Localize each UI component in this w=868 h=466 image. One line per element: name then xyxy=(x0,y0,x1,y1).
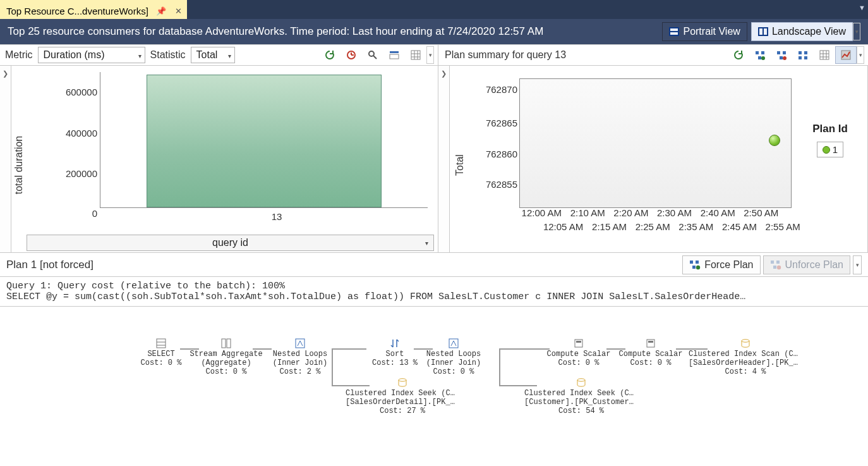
y-tick: 200000 xyxy=(66,168,97,179)
svg-rect-28 xyxy=(799,56,802,59)
svg-point-57 xyxy=(742,340,749,342)
x-tick: 2:35 AM xyxy=(678,221,713,232)
force-plan-label: Force Plan xyxy=(704,259,753,271)
svg-rect-53 xyxy=(576,341,581,343)
plan-point-1[interactable] xyxy=(769,135,780,146)
pin-icon[interactable]: 📌 xyxy=(155,6,167,16)
op-nested-loops-2[interactable]: Nested Loops (Inner Join) Cost: 0 % xyxy=(416,338,491,376)
svg-rect-13 xyxy=(411,51,420,59)
x-tick: 2:20 AM xyxy=(613,207,648,218)
svg-rect-11 xyxy=(390,51,399,53)
svg-rect-55 xyxy=(647,340,654,347)
svg-rect-5 xyxy=(764,28,767,35)
force-plan-button[interactable]: Force Plan xyxy=(682,255,760,274)
collapse-left-icon[interactable]: ❯ xyxy=(0,66,11,252)
view-options-dropdown[interactable]: ▾ xyxy=(853,23,860,40)
svg-point-9 xyxy=(369,51,374,56)
op-nested-loops-1[interactable]: Nested Loops (Inner Join) Cost: 2 % xyxy=(262,338,338,376)
grid-button[interactable] xyxy=(814,46,835,64)
svg-point-25 xyxy=(783,56,787,60)
y-axis-label: Total xyxy=(454,154,466,176)
op-compute-scalar-1[interactable]: Compute Scalar Cost: 0 % xyxy=(538,338,620,367)
bar-query-13[interactable] xyxy=(147,75,382,207)
tabstrip-menu-icon[interactable]: ▼ xyxy=(859,4,865,11)
landscape-label: Landscape View xyxy=(772,26,846,37)
x-axis-label: query id xyxy=(212,237,248,248)
svg-rect-30 xyxy=(820,51,829,59)
portrait-view-button[interactable]: Portrait View xyxy=(662,22,747,41)
x-tick: 2:25 AM xyxy=(636,221,670,232)
y-tick: 600000 xyxy=(66,86,97,97)
svg-rect-24 xyxy=(780,56,783,59)
unforce-plan-button: Unforce Plan xyxy=(763,255,851,274)
statistic-dropdown[interactable]: Total ▾ xyxy=(191,47,235,63)
bar-plot-area xyxy=(100,72,428,208)
x-tick: 2:30 AM xyxy=(657,207,692,218)
unforce-plan-button-icon[interactable] xyxy=(771,46,792,64)
x-tick: 2:50 AM xyxy=(744,207,778,218)
chevron-down-icon: ▾ xyxy=(228,52,231,59)
scatter-plot-area: 762870 762865 762860 762855 12:00 AM 2:1… xyxy=(519,78,792,208)
tracked-queries-button[interactable] xyxy=(341,46,362,64)
grid-button[interactable] xyxy=(405,46,426,64)
close-icon[interactable]: ✕ xyxy=(174,6,183,16)
legend-title: Plan Id xyxy=(802,123,859,135)
title-bar: Top 25 resource consumers for database A… xyxy=(0,19,868,44)
op-stream-aggregate[interactable]: Stream Aggregate (Aggregate) Cost: 0 % xyxy=(185,338,267,376)
chevron-down-icon: ▾ xyxy=(138,52,142,59)
plan-header-overflow[interactable]: ▾ xyxy=(853,255,862,274)
chart-button[interactable] xyxy=(835,46,857,64)
op-compute-scalar-2[interactable]: Compute Scalar Cost: 0 % xyxy=(610,338,692,367)
legend-item-1[interactable]: 1 xyxy=(817,142,843,157)
svg-rect-42 xyxy=(773,266,776,269)
svg-rect-27 xyxy=(804,51,807,54)
right-chart-toolbar: Plan summary for query 13 ▾ xyxy=(438,45,868,65)
statistic-value: Total xyxy=(196,49,218,61)
legend-label: 1 xyxy=(833,144,838,155)
left-toolbar-overflow[interactable]: ▾ xyxy=(426,46,434,64)
op-clustered-index-seek-1[interactable]: Clustered Index Seek (Cluste… [SalesOrde… xyxy=(346,377,459,415)
legend-swatch-icon xyxy=(823,146,830,154)
svg-rect-56 xyxy=(648,341,653,343)
svg-rect-52 xyxy=(575,340,582,347)
y-tick: 400000 xyxy=(66,127,97,138)
svg-point-54 xyxy=(577,379,585,381)
metric-dropdown[interactable]: Duration (ms) ▾ xyxy=(38,47,145,63)
metric-label: Metric xyxy=(4,49,34,61)
y-tick: 0 xyxy=(92,207,97,218)
svg-point-39 xyxy=(696,265,700,269)
page-title: Top 25 resource consumers for database A… xyxy=(8,25,543,38)
scatter-chart-pane: ❯ Total 762870 762865 762860 762855 12:0… xyxy=(438,66,868,252)
view-query-button[interactable] xyxy=(362,46,383,64)
collapse-right-icon[interactable]: ❯ xyxy=(438,66,450,252)
tab-strip: Top Resource C...dventureWorks] 📌 ✕ ▼ xyxy=(0,0,868,19)
right-toolbar-overflow[interactable]: ▾ xyxy=(857,46,864,64)
unforce-plan-label: Unforce Plan xyxy=(785,259,844,271)
portrait-icon xyxy=(669,27,679,36)
svg-rect-18 xyxy=(756,51,759,54)
svg-point-43 xyxy=(776,265,780,269)
svg-rect-12 xyxy=(390,54,399,59)
svg-rect-20 xyxy=(758,56,761,59)
x-tick: 2:40 AM xyxy=(701,207,735,218)
svg-rect-22 xyxy=(777,51,780,54)
execution-plan-diagram[interactable]: SELECT Cost: 0 % Stream Aggregate (Aggre… xyxy=(0,307,868,466)
op-clustered-index-scan[interactable]: Clustered Index Scan (Cluste… [SalesOrde… xyxy=(689,338,802,376)
statistic-label: Statistic xyxy=(149,49,187,61)
landscape-view-button[interactable]: Landscape View xyxy=(751,22,853,41)
svg-line-10 xyxy=(373,56,377,59)
bar-chart-pane: ❯ total duration 600000 400000 200000 0 … xyxy=(0,66,438,252)
legend: Plan Id 1 xyxy=(802,123,859,157)
x-axis-dropdown[interactable]: query id ▾ xyxy=(27,235,434,251)
compare-plans-button[interactable] xyxy=(792,46,814,64)
force-plan-button-icon[interactable] xyxy=(749,46,771,64)
refresh-button[interactable] xyxy=(728,46,749,64)
refresh-button[interactable] xyxy=(319,46,341,64)
detail-grid-button[interactable] xyxy=(383,46,405,64)
x-tick: 13 xyxy=(272,211,282,222)
svg-rect-37 xyxy=(696,261,699,264)
document-tab[interactable]: Top Resource C...dventureWorks] 📌 ✕ xyxy=(0,0,187,19)
op-clustered-index-seek-2[interactable]: Clustered Index Seek (Cluste… [Customer]… xyxy=(524,377,638,415)
svg-rect-29 xyxy=(804,56,807,59)
op-select[interactable]: SELECT Cost: 0 % xyxy=(133,338,190,367)
